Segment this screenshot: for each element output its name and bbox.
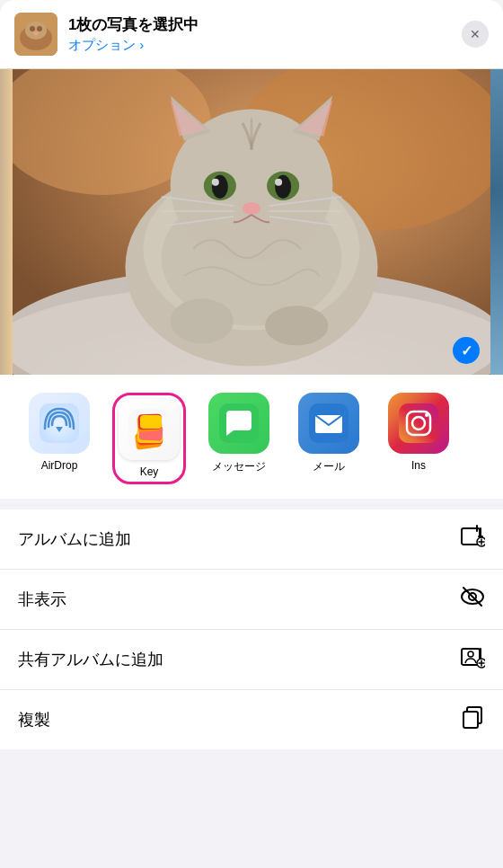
mail-icon-wrap: メール: [298, 393, 359, 474]
shared-album-icon: [460, 644, 485, 675]
app-item-airdrop[interactable]: AirDrop: [14, 393, 104, 484]
menu-item-duplicate[interactable]: 複製: [0, 690, 503, 749]
airdrop-label: AirDrop: [41, 459, 78, 472]
svg-point-23: [275, 175, 291, 199]
header-title: 1枚の写真を選択中: [68, 14, 451, 35]
airdrop-app-icon: [29, 393, 90, 454]
messages-label: メッセージ: [212, 459, 266, 474]
menu-item-shared-album[interactable]: 共有アルバムに追加: [0, 630, 503, 690]
svg-rect-48: [399, 403, 438, 443]
svg-point-5: [33, 31, 39, 35]
hide-icon: [460, 584, 485, 615]
photo-strip: ✓: [0, 69, 503, 375]
svg-point-4: [37, 26, 42, 31]
shared-album-label: 共有アルバムに追加: [18, 649, 163, 670]
messages-app-icon: [208, 393, 269, 454]
menu-item-hide[interactable]: 非表示: [0, 570, 503, 630]
svg-rect-69: [463, 712, 478, 728]
key-app-icon: [119, 399, 180, 460]
mail-label: メール: [313, 459, 345, 474]
svg-point-33: [171, 298, 234, 343]
thumbnail-image: [14, 13, 57, 56]
svg-point-3: [30, 26, 35, 31]
svg-point-25: [275, 179, 282, 186]
close-button[interactable]: ✕: [462, 21, 489, 48]
header-thumbnail: [14, 13, 57, 56]
selected-checkmark: ✓: [453, 337, 480, 364]
hide-label: 非表示: [18, 589, 66, 610]
add-album-label: アルバムに追加: [18, 528, 131, 550]
photo-main: ✓: [13, 69, 490, 375]
app-item-mail[interactable]: メール: [284, 393, 374, 484]
key-icon-wrap: Key: [112, 393, 186, 484]
svg-rect-44: [140, 415, 162, 429]
duplicate-icon: [460, 704, 485, 735]
share-header: 1枚の写真を選択中 オプション › ✕: [0, 0, 503, 69]
app-item-messages[interactable]: メッセージ: [194, 393, 284, 484]
menu-item-add-album[interactable]: アルバムに追加: [0, 509, 503, 570]
add-album-icon: [460, 524, 485, 554]
instagram-app-icon: [388, 393, 449, 454]
app-item-instagram[interactable]: Ins: [374, 393, 463, 484]
svg-point-22: [212, 175, 228, 199]
app-item-key[interactable]: Key: [104, 393, 194, 484]
airdrop-icon-wrap: AirDrop: [29, 393, 90, 472]
photo-right-peek: [490, 69, 503, 375]
instagram-label: Ins: [411, 459, 426, 472]
svg-point-34: [265, 306, 328, 345]
menu-list: アルバムに追加 非表示 共有アルバムに追加: [0, 509, 503, 749]
messages-icon-wrap: メッセージ: [208, 393, 269, 474]
key-label: Key: [140, 465, 159, 478]
svg-rect-35: [490, 69, 503, 375]
header-option[interactable]: オプション ›: [68, 37, 451, 54]
svg-point-51: [425, 413, 428, 417]
svg-point-26: [243, 202, 260, 215]
header-text: 1枚の写真を選択中 オプション ›: [68, 14, 451, 54]
duplicate-label: 複製: [18, 709, 50, 731]
apps-row: AirDrop Key: [0, 375, 503, 499]
svg-point-64: [468, 651, 473, 657]
svg-point-2: [25, 22, 47, 40]
svg-point-24: [212, 179, 219, 186]
mail-app-icon: [298, 393, 359, 454]
svg-rect-6: [0, 69, 13, 375]
instagram-icon-wrap: Ins: [388, 393, 449, 472]
photo-left-peek: [0, 69, 13, 375]
